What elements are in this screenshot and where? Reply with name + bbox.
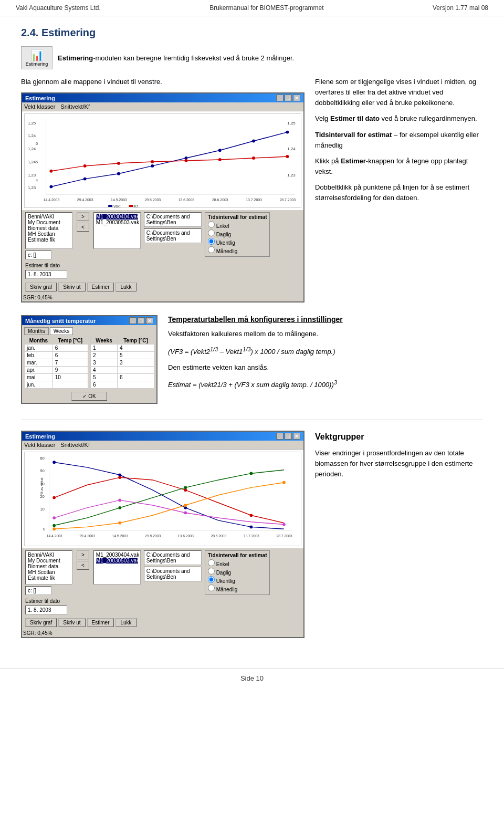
w2-skriv-ut-btn[interactable]: Skriv ut xyxy=(58,618,85,627)
week-cell: 6 xyxy=(91,381,118,389)
skriv-ut-btn[interactable]: Skriv ut xyxy=(58,283,85,291)
temp-cell[interactable]: 10 xyxy=(52,374,88,381)
temp-cell[interactable]: 6 xyxy=(52,352,88,359)
w2-menu2[interactable]: Snittvekt/Kf xyxy=(60,442,90,448)
folder-item-3[interactable]: Biomest data xyxy=(28,225,70,231)
menu2-item[interactable]: Snittvekt/Kf xyxy=(60,103,90,110)
folder-list[interactable]: Benni/VAKI My Document Biomest data MH S… xyxy=(25,212,72,249)
w2-radio-daglig[interactable]: Daglig xyxy=(208,568,267,576)
w2-radio-enkel[interactable]: Enkel xyxy=(208,559,267,567)
temp-max-btn[interactable]: □ xyxy=(138,317,145,324)
svg-point-17 xyxy=(151,164,154,168)
file-list[interactable]: M1_20030404.vak M1_20030503.vak xyxy=(93,212,141,249)
w2-folder-3[interactable]: Biomest data xyxy=(28,564,70,569)
temp-cell[interactable] xyxy=(118,381,154,389)
arrow-right-btn[interactable]: > xyxy=(77,212,89,221)
w2-folder-1[interactable]: Benni/VAKI xyxy=(28,552,70,558)
svg-rect-38 xyxy=(108,205,112,207)
temp-cell[interactable]: 6 xyxy=(52,345,88,352)
w2-file-list[interactable]: M1_20030404.vak M1_20030503.vak xyxy=(93,550,141,585)
svg-text:% av vekst: % av vekst xyxy=(40,477,44,495)
date-value[interactable]: 1. 8. 2003 xyxy=(25,270,67,279)
w2-folder-list[interactable]: Benni/VAKI My Document Biomest data MH S… xyxy=(25,550,72,585)
temp-close-btn[interactable]: ✕ xyxy=(146,317,153,324)
w2-estimer-btn[interactable]: Estimer xyxy=(87,618,114,627)
svg-text:1,23: 1,23 xyxy=(28,186,36,191)
chart2-svg: 80 50 30 20 10 0 % av vekst xyxy=(25,452,301,546)
w2-folder-4[interactable]: MH Scotlan xyxy=(28,569,70,575)
temp-min-btn[interactable]: _ xyxy=(129,317,136,324)
svg-text:14.4.2003: 14.4.2003 xyxy=(44,198,60,202)
w2-lukk-btn[interactable]: Lukk xyxy=(116,618,136,627)
w2-close-btn[interactable]: ✕ xyxy=(293,433,300,440)
path1: C:\Documents and Settings\Ben xyxy=(144,212,202,227)
w2-min-btn[interactable]: _ xyxy=(276,433,284,440)
svg-text:4: 4 xyxy=(36,178,38,183)
formula1-line: (VF3 = (Vekt21/3 – Vekt11/3) x 1000 / su… xyxy=(168,345,483,357)
radio-enkel[interactable]: Enkel xyxy=(208,221,267,229)
folder-item-5[interactable]: Estimate fik xyxy=(28,237,70,243)
w2-arrow-left[interactable]: < xyxy=(77,561,89,570)
week-cell: 5 xyxy=(91,374,118,381)
w2-max-btn[interactable]: □ xyxy=(285,433,292,440)
tab-weeks[interactable]: Weeks xyxy=(50,327,73,335)
temp2-col-header: Temp [°C] xyxy=(118,337,154,345)
month-cell: mar. xyxy=(25,359,53,367)
w2-date-value[interactable]: 1. 8. 2003 xyxy=(25,606,67,614)
maximize-btn[interactable]: □ xyxy=(285,95,292,101)
month-cell: mai xyxy=(25,374,53,381)
folder-item-4[interactable]: MH Scotlan xyxy=(28,231,70,237)
tab-months[interactable]: Months xyxy=(24,327,49,335)
drive-selector: c: [] xyxy=(25,251,72,259)
w2-drive[interactable]: c: [] xyxy=(25,586,51,595)
drive-input[interactable]: c: [] xyxy=(25,251,51,259)
window1-titlebar: Estimering _ □ ✕ xyxy=(22,93,303,102)
w2-file-1[interactable]: M1_20030404.vak xyxy=(96,552,138,558)
temp-cell[interactable] xyxy=(52,381,88,389)
skriv-graf-btn[interactable]: Skriv graf xyxy=(25,283,57,291)
close-btn[interactable]: ✕ xyxy=(293,95,300,101)
w2-radio-manedlig[interactable]: Månedlig xyxy=(208,585,267,592)
para4-bold: Tidsintervall for estimat xyxy=(315,131,392,139)
w2-menu1[interactable]: Vekt klasser xyxy=(24,442,55,448)
arrow-left-btn[interactable]: < xyxy=(77,223,89,232)
w2-arrow-right[interactable]: > xyxy=(77,550,89,559)
estimer-btn[interactable]: Estimer xyxy=(87,283,114,291)
para1: Bla gjennom alle mappene i vinduet til v… xyxy=(21,77,304,87)
temp-cell[interactable]: 7 xyxy=(52,359,88,367)
week-cell: 4 xyxy=(91,367,118,374)
page-footer: Side 10 xyxy=(0,669,504,687)
month-cell: jun. xyxy=(25,381,53,389)
temp-cell[interactable]: 3 xyxy=(118,359,154,367)
w2-file-2[interactable]: M1_20030503.vak xyxy=(96,558,138,564)
menu1-item[interactable]: Vekt klasser xyxy=(24,103,55,110)
w2-folder-5[interactable]: Estimate fik xyxy=(28,575,70,581)
radio-manedlig[interactable]: Månedlig xyxy=(208,246,267,254)
folder-item-1[interactable]: Benni/VAKI xyxy=(28,214,70,220)
w2-folder-2[interactable]: My Document xyxy=(28,558,70,564)
temp-cell[interactable]: 4 xyxy=(118,345,154,352)
temp-section: Månedlig snitt temperatur _ □ ✕ Months W… xyxy=(21,315,483,409)
w2-date-label: Estimer til dato xyxy=(25,598,136,604)
temp-cell[interactable]: 6 xyxy=(118,374,154,381)
minimize-btn[interactable]: _ xyxy=(276,95,284,101)
section1-right-col: Filene som er tilgjengelige vises i vind… xyxy=(315,77,483,303)
file-item-1[interactable]: M1_20030404.vak xyxy=(96,214,138,220)
w2-skriv-graf-btn[interactable]: Skriv graf xyxy=(25,618,57,627)
radio-ukentlig[interactable]: Ukentlig xyxy=(208,238,267,246)
svg-text:29.4.2003: 29.4.2003 xyxy=(79,534,95,538)
temp-cell[interactable]: 9 xyxy=(52,367,88,374)
w2-radio-ukentlig[interactable]: Ukentlig xyxy=(208,576,267,584)
lukk-btn[interactable]: Lukk xyxy=(116,283,136,291)
chart-icon: 📊 xyxy=(30,49,44,61)
temp-cell[interactable] xyxy=(118,367,154,374)
window2-bottom: Benni/VAKI My Document Biomest data MH S… xyxy=(22,548,303,629)
temp-cell[interactable]: 5 xyxy=(118,352,154,359)
window1: Estimering _ □ ✕ Vekt klasser Snittvekt/… xyxy=(21,92,304,303)
file-item-2[interactable]: M1_20030503.vak xyxy=(96,220,138,225)
radio-daglig[interactable]: Daglig xyxy=(208,230,267,237)
folder-item-2[interactable]: My Document xyxy=(28,220,70,225)
svg-point-59 xyxy=(52,524,56,527)
w2-file-panel-left: Benni/VAKI My Document Biomest data MH S… xyxy=(25,550,72,595)
ok-btn[interactable]: ✓ OK xyxy=(71,392,107,401)
